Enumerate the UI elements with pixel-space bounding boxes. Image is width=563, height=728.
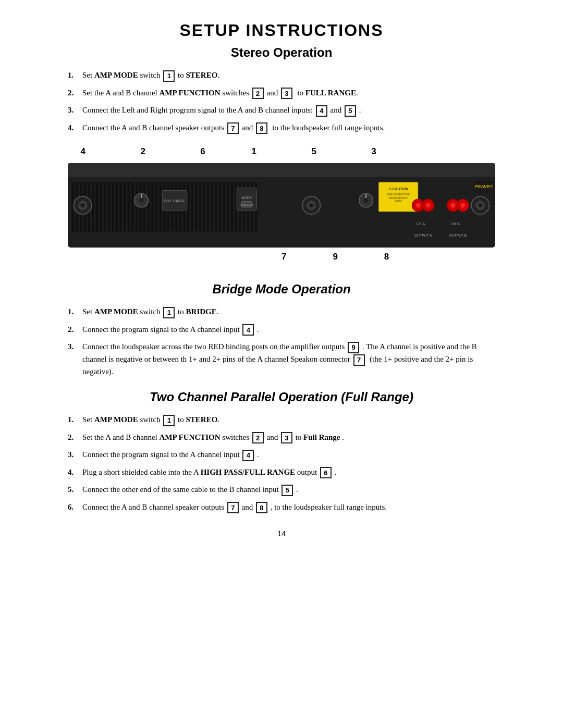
badge-3: 3 [281,432,292,443]
step-num: 2. [68,324,82,336]
parallel-step-2: 2. Set the A and B channel AMP FUNCTION … [68,431,495,444]
amp-mode-label: AMP MODE [94,307,138,316]
step-num: 1. [68,306,82,318]
amp-function-label: AMP FUNCTION [159,89,220,97]
badge-1: 1 [163,415,175,426]
step-content: Connect the program signal to the A chan… [82,449,495,461]
top-label-3: 3 [371,146,376,157]
svg-rect-15 [124,182,126,231]
svg-rect-10 [104,182,106,231]
svg-rect-34 [199,182,202,231]
stereo-step-3: 3. Connect the Left and Right program si… [68,104,495,117]
step-num: 4. [68,466,82,478]
bridge-section-title: Bridge Mode Operation [68,282,495,297]
stereo-step-4: 4. Connect the A and B channel speaker o… [68,122,495,134]
step-content: Connect the loudspeaker across the two R… [82,341,495,377]
parallel-section-title: Two Channel Parallel Operation (Full Ran… [68,390,495,404]
step-content: Set the A and B channel AMP FUNCTION swi… [82,431,495,444]
badge-7: 7 [227,122,239,134]
step-num: 1. [68,414,82,426]
amp-diagram-container: 4 2 6 1 5 3 [68,146,495,266]
step-num: 1. [68,69,82,81]
svg-text:MODE: MODE [241,196,252,200]
stereo-label: STEREO [186,71,218,79]
svg-point-64 [310,204,313,207]
svg-rect-8 [95,182,98,231]
svg-text:Ch A: Ch A [417,221,425,226]
svg-rect-32 [191,182,193,231]
step-content: Connect the other end of the same cable … [82,484,495,496]
stereo-label: STEREO [186,415,218,424]
svg-rect-23 [155,182,158,231]
svg-rect-18 [136,182,138,231]
svg-rect-12 [112,182,114,231]
parallel-step-6: 6. Connect the A and B channel speaker o… [68,501,495,514]
badge-2: 2 [252,432,264,443]
high-pass-label: HIGH PASS/FULL RANGE [201,468,295,476]
badge-7: 7 [227,502,239,513]
bottom-label-7: 7 [282,252,286,262]
svg-text:SHOCK DO NOT: SHOCK DO NOT [389,197,408,200]
parallel-step-5: 5. Connect the other end of the same cab… [68,484,495,496]
svg-point-78 [450,203,456,208]
parallel-step-1: 1. Set AMP MODE switch 1 to STEREO. [68,414,495,426]
badge-4: 4 [316,105,327,117]
svg-rect-1 [68,163,495,177]
parallel-instructions: 1. Set AMP MODE switch 1 to STEREO. 2. S… [68,414,495,513]
bottom-label-9: 9 [333,252,337,262]
step-content: Set AMP MODE switch 1 to BRIDGE. [82,306,495,318]
full-range-label: Full Range [303,433,340,441]
badge-8: 8 [256,502,267,513]
badge-5: 5 [345,105,356,117]
step-content: Connect the Left and Right program signa… [82,104,495,117]
bridge-label: BRIDGE [186,307,217,316]
stereo-section-title: Stereo Operation [68,45,495,60]
amp-mode-label: AMP MODE [94,71,138,79]
badge-1: 1 [163,70,175,82]
badge-1: 1 [163,307,175,318]
badge-4: 4 [242,450,254,461]
full-range-label: FULL RANGE [305,89,356,97]
svg-rect-33 [195,182,198,231]
svg-text:Ch B: Ch B [451,221,460,226]
svg-rect-39 [219,182,222,231]
svg-text:STEREO: STEREO [240,203,253,206]
svg-text:OUTPUT B: OUTPUT B [449,233,467,237]
badge-5: 5 [282,485,293,496]
step-content: Connect the A and B channel speaker outp… [82,122,495,134]
svg-rect-16 [127,182,130,231]
bottom-label-8: 8 [384,252,389,262]
step-num: 6. [68,501,82,513]
svg-rect-11 [107,182,110,231]
svg-text:OUTPUT A: OUTPUT A [414,233,432,237]
svg-rect-13 [116,182,118,231]
badge-8: 8 [256,122,267,134]
svg-rect-41 [227,182,229,231]
step-content: Set the A and B channel AMP FUNCTION swi… [82,87,495,100]
svg-point-80 [460,203,466,208]
stereo-step-1: 1. Set AMP MODE switch 1 to STEREO. [68,69,495,82]
svg-rect-14 [119,182,122,231]
bridge-instructions: 1. Set AMP MODE switch 1 to BRIDGE. 2. C… [68,306,495,377]
svg-rect-17 [131,182,134,231]
svg-rect-37 [211,182,214,231]
svg-rect-40 [223,182,225,231]
stereo-instructions: 1. Set AMP MODE switch 1 to STEREO. 2. S… [68,69,495,134]
page-number: 14 [68,529,495,538]
page-title: SETUP INSTRUCTIONS [68,21,495,40]
badge-7: 7 [353,354,365,366]
svg-text:FULL RANGE: FULL RANGE [164,200,186,203]
amp-mode-label: AMP MODE [94,415,138,424]
page-content: SETUP INSTRUCTIONS Stereo Operation 1. S… [47,0,516,569]
svg-rect-22 [151,182,154,231]
top-label-6: 6 [200,146,205,157]
svg-rect-36 [207,182,210,231]
svg-point-76 [426,203,431,208]
svg-point-66 [363,198,369,203]
badge-3: 3 [281,88,292,99]
step-num: 3. [68,341,82,353]
svg-point-74 [415,203,421,208]
svg-rect-31 [187,182,190,231]
svg-rect-9 [100,182,102,231]
badge-2: 2 [252,88,264,99]
